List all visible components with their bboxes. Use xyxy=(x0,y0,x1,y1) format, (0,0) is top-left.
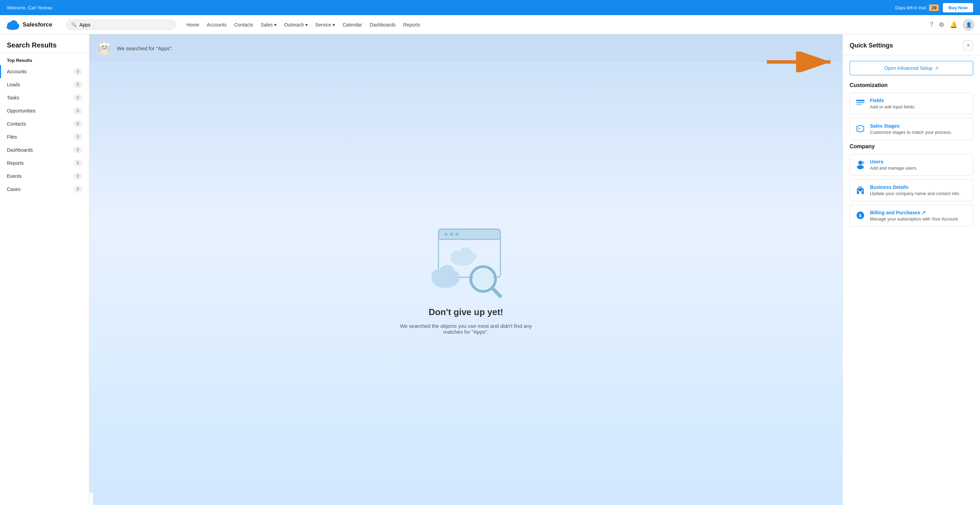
nav-calendar[interactable]: Calendar xyxy=(339,20,366,30)
sidebar-item-accounts[interactable]: Accounts 0 xyxy=(0,65,89,78)
svg-text:$: $ xyxy=(859,213,862,218)
search-input[interactable] xyxy=(80,22,171,27)
open-advanced-setup-button[interactable]: Open Advanced Setup ↗ xyxy=(850,61,973,75)
sidebar-item-reports-label: Reports xyxy=(7,160,24,166)
sidebar-item-dashboards[interactable]: Dashboards 0 xyxy=(0,143,89,156)
svg-text:»: » xyxy=(858,126,860,131)
orange-arrow-icon xyxy=(767,52,835,72)
search-icon: 🔍 xyxy=(71,22,77,27)
buy-now-button[interactable]: Buy Now xyxy=(943,3,973,13)
sidebar-item-leads[interactable]: Leads 0 xyxy=(0,78,89,91)
nav-contacts[interactable]: Contacts xyxy=(231,20,256,30)
nav-service[interactable]: Service ▾ xyxy=(312,20,339,30)
open-advanced-setup-label: Open Advanced Setup xyxy=(884,65,932,71)
nav-accounts[interactable]: Accounts xyxy=(203,20,230,30)
sidebar-item-contacts[interactable]: Contacts 0 xyxy=(0,117,89,131)
no-results-title: Don't give up yet! xyxy=(428,307,503,317)
fields-desc: Add or edit input fields. xyxy=(870,104,915,109)
einstein-avatar xyxy=(96,40,113,56)
nav-dashboards[interactable]: Dashboards xyxy=(366,20,399,30)
billing-svg-icon: $ xyxy=(856,210,865,220)
svg-point-3 xyxy=(14,23,19,28)
sidebar-item-events-badge: 0 xyxy=(73,173,82,179)
business-details-content: Business Details Update your company nam… xyxy=(870,185,960,196)
fields-item[interactable]: Fields Add or edit input fields. xyxy=(850,92,973,115)
business-details-svg-icon xyxy=(856,185,865,195)
help-icon[interactable]: ? xyxy=(930,21,933,28)
user-avatar[interactable]: 👤 xyxy=(963,19,975,30)
nav-sales[interactable]: Sales ▾ xyxy=(257,20,280,30)
sidebar-item-opportunities[interactable]: Opportunities 0 xyxy=(0,104,89,117)
sales-stages-item[interactable]: » Sales Stages Customize stages to match… xyxy=(850,118,973,140)
sidebar-item-files-label: Files xyxy=(7,134,17,140)
sidebar-item-accounts-label: Accounts xyxy=(7,69,27,74)
nav-outreach[interactable]: Outreach ▾ xyxy=(281,20,311,30)
sidebar: Search Results Top Results Accounts 0 Le… xyxy=(0,34,89,505)
nav-reports[interactable]: Reports xyxy=(400,20,424,30)
svg-rect-42 xyxy=(862,190,863,191)
svg-rect-40 xyxy=(859,191,862,194)
users-item[interactable]: Users Add and manage users. xyxy=(850,154,973,176)
business-details-icon xyxy=(855,185,866,195)
svg-point-6 xyxy=(100,50,109,55)
users-svg-icon xyxy=(856,159,865,169)
business-details-title: Business Details xyxy=(870,185,960,190)
search-bar[interactable]: 🔍 xyxy=(66,20,176,30)
sales-stages-icon: » xyxy=(855,123,866,134)
top-bar: Welcome, Carl Yestrau Days left in trial… xyxy=(0,0,980,15)
users-content: Users Add and manage users. xyxy=(870,159,917,170)
fields-icon xyxy=(855,98,866,109)
nav-bar: Salesforce 🔍 Home Accounts Contacts Sale… xyxy=(0,15,980,34)
svg-line-28 xyxy=(492,288,500,296)
quick-settings-close-button[interactable]: × xyxy=(964,41,973,50)
sidebar-top-results-label: Top Results xyxy=(0,53,89,65)
top-bar-right: Days left in trial: 29 Buy Now xyxy=(895,3,973,13)
fields-title: Fields xyxy=(870,98,915,103)
sales-stages-desc: Customize stages to match your process. xyxy=(870,130,952,135)
sidebar-item-opportunities-badge: 0 xyxy=(73,108,82,114)
users-desc: Add and manage users. xyxy=(870,166,917,170)
svg-point-8 xyxy=(105,46,107,47)
sidebar-item-cases-badge: 0 xyxy=(73,186,82,192)
main-layout: Search Results Top Results Accounts 0 Le… xyxy=(0,34,980,505)
business-details-item[interactable]: Business Details Update your company nam… xyxy=(850,179,973,201)
sales-stages-title: Sales Stages xyxy=(870,123,952,129)
svg-point-10 xyxy=(103,42,106,45)
svg-rect-39 xyxy=(858,186,862,188)
sidebar-item-events[interactable]: Events 0 xyxy=(0,170,89,183)
billing-item[interactable]: $ Billing and Purchases ↗ Manage your su… xyxy=(850,205,973,227)
svg-point-18 xyxy=(455,233,459,236)
arrow-indicator xyxy=(767,52,835,72)
quick-settings-content: Open Advanced Setup ↗ Customization Fiel… xyxy=(843,56,980,236)
sidebar-item-reports[interactable]: Reports 0 xyxy=(0,156,89,170)
sidebar-item-contacts-label: Contacts xyxy=(7,121,26,127)
svg-point-7 xyxy=(102,46,103,47)
sidebar-item-accounts-badge: 0 xyxy=(73,69,82,75)
nav-links: Home Accounts Contacts Sales ▾ Outreach … xyxy=(183,20,930,30)
sidebar-item-files[interactable]: Files 0 xyxy=(0,131,89,143)
quick-settings-title: Quick Settings xyxy=(850,42,893,49)
svg-point-16 xyxy=(444,233,448,236)
nav-home[interactable]: Home xyxy=(183,20,202,30)
svg-point-17 xyxy=(450,233,453,236)
external-link-icon: ↗ xyxy=(935,65,939,71)
billing-content: Billing and Purchases ↗ Manage your subs… xyxy=(870,210,959,221)
svg-point-37 xyxy=(862,161,864,164)
welcome-message: Welcome, Carl Yestrau xyxy=(7,5,52,10)
sidebar-item-reports-badge: 0 xyxy=(73,160,82,166)
customization-section-title: Customization xyxy=(850,82,973,88)
svg-point-22 xyxy=(468,252,477,261)
gear-icon[interactable]: ⚙ xyxy=(939,21,944,29)
sidebar-item-events-label: Events xyxy=(7,174,22,179)
trial-days: 29 xyxy=(929,5,939,11)
sidebar-item-leads-label: Leads xyxy=(7,82,20,88)
users-icon xyxy=(855,159,866,170)
svg-rect-32 xyxy=(856,104,862,105)
bell-icon[interactable]: 🔔 xyxy=(950,21,957,29)
svg-rect-41 xyxy=(858,190,859,191)
sidebar-item-tasks[interactable]: Tasks 0 xyxy=(0,91,89,104)
sidebar-item-tasks-badge: 0 xyxy=(73,95,82,101)
sidebar-item-cases[interactable]: Cases 0 xyxy=(0,183,89,196)
sidebar-item-opportunities-label: Opportunities xyxy=(7,108,35,113)
sidebar-item-tasks-label: Tasks xyxy=(7,95,19,100)
